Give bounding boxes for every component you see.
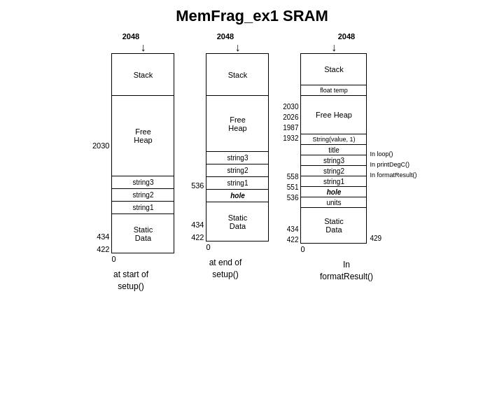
diag3-title: title bbox=[301, 145, 366, 155]
diag1-label: at start ofsetup() bbox=[113, 269, 148, 293]
diag2-string3: string3 bbox=[206, 152, 268, 164]
addr-2030-d3: 2030 bbox=[283, 79, 298, 111]
diag3-right-spacer-stack bbox=[370, 118, 416, 149]
diag3-arrow-block: ↓ Stack float temp Free Heap String(valu… bbox=[300, 42, 367, 244]
addr-558-d3: 558 bbox=[287, 142, 299, 181]
diag1-freeheap: FreeHeap bbox=[112, 96, 174, 176]
addr-551-d3: 551 bbox=[287, 181, 299, 191]
addr-1987-d3: 1987 bbox=[283, 121, 298, 132]
diag1-string1: string1 bbox=[112, 202, 174, 214]
diag1-arrow: ↓ bbox=[140, 42, 146, 53]
diag3-arrow: ↓ bbox=[331, 42, 337, 53]
diag1-string3: string3 bbox=[112, 176, 174, 189]
diagram-2: 2048 536 434 422 ↓ Stack FreeHeap string… bbox=[181, 32, 269, 281]
diag1-staticdata: StaticData bbox=[112, 214, 174, 253]
diag3-in-formatresult: In formatResult() bbox=[370, 170, 416, 181]
diag3-staticdata: StaticData bbox=[301, 208, 366, 243]
diag3-addr-col: 2030 2026 1987 1932 558 551 536 434 422 bbox=[276, 79, 298, 244]
diag3-right-spacer2 bbox=[370, 181, 416, 233]
diag3-float-temp: float temp bbox=[301, 85, 366, 96]
diag3-addr-429-right: 429 bbox=[370, 233, 416, 244]
addr-422-d1: 422 bbox=[97, 241, 109, 253]
diag3-string1: string1 bbox=[301, 176, 366, 187]
diag2-string1: string1 bbox=[206, 177, 268, 190]
diag2-string2: string2 bbox=[206, 164, 268, 177]
addr-536-d2: 536 bbox=[191, 92, 204, 190]
diag2-freeheap: FreeHeap bbox=[206, 96, 268, 152]
diagrams-row: 2048 2030 434 422 ↓ Stack FreeHeap strin… bbox=[7, 32, 497, 293]
diag3-mem-block: Stack float temp Free Heap String(value,… bbox=[300, 53, 367, 244]
diag2-hole: hole bbox=[206, 190, 268, 202]
diag3-string2: string2 bbox=[301, 166, 366, 176]
addr-422-d3: 422 bbox=[287, 233, 299, 244]
diag2-arrow-block: ↓ Stack FreeHeap string3 string2 string1… bbox=[206, 42, 269, 241]
diag3-mem-container: 2030 2026 1987 1932 558 551 536 434 422 … bbox=[276, 42, 416, 244]
diag1-mem-container: 2030 434 422 ↓ Stack FreeHeap string3 st… bbox=[87, 42, 174, 253]
diag3-freeheap: Free Heap bbox=[301, 96, 366, 134]
diag3-string3: string3 bbox=[301, 155, 366, 166]
diag2-arrow: ↓ bbox=[234, 42, 240, 53]
diag1-arrow-block: ↓ Stack FreeHeap string3 string2 string1… bbox=[111, 42, 174, 253]
page: MemFrag_ex1 SRAM 2048 2030 434 422 ↓ Sta… bbox=[0, 0, 504, 420]
diag3-top-addr: 2048 bbox=[338, 32, 355, 41]
diag3-stack: Stack bbox=[301, 54, 366, 85]
diag2-label: at end ofsetup() bbox=[209, 257, 242, 281]
diag2-top-addr: 2048 bbox=[217, 32, 234, 41]
diag2-addr-col: 536 434 422 bbox=[181, 92, 204, 241]
addr-434-d3: 434 bbox=[287, 202, 299, 233]
diag3-units: units bbox=[301, 197, 366, 208]
addr-434-d1: 434 bbox=[97, 150, 109, 241]
diag3-string-value: String(value, 1) bbox=[301, 134, 366, 145]
diag3-in-loop: In loop() bbox=[370, 149, 416, 160]
addr-434-d2: 434 bbox=[191, 190, 204, 229]
diag1-string2: string2 bbox=[112, 189, 174, 202]
addr-536-d3: 536 bbox=[287, 191, 299, 202]
diagram-3: 2048 2030 2026 1987 1932 558 551 536 434… bbox=[276, 32, 416, 283]
diag1-top-addr: 2048 bbox=[122, 32, 139, 41]
diag2-bottom-addr: 0 bbox=[206, 243, 210, 251]
diag2-staticdata: StaticData bbox=[206, 202, 268, 241]
diag2-stack: Stack bbox=[206, 54, 268, 96]
addr-422-d2: 422 bbox=[191, 229, 204, 241]
diag3-in-printdegc: In printDegC() bbox=[370, 160, 416, 170]
diag1-mem-block: Stack FreeHeap string3 string2 string1 S… bbox=[111, 53, 174, 253]
diag3-bottom-addr: 0 bbox=[300, 245, 304, 253]
page-title: MemFrag_ex1 SRAM bbox=[7, 7, 497, 25]
diag3-hole: hole bbox=[301, 187, 366, 197]
diag1-bottom-addr: 0 bbox=[111, 255, 115, 263]
addr-2026-d3: 2026 bbox=[283, 111, 298, 121]
diagram-1: 2048 2030 434 422 ↓ Stack FreeHeap strin… bbox=[87, 32, 174, 293]
diag3-label: InformatResult() bbox=[320, 259, 373, 283]
addr-2030-d1: 2030 bbox=[92, 108, 109, 150]
addr-1932-d3: 1932 bbox=[283, 132, 298, 142]
diag3-right-area: In loop() In printDegC() In formatResult… bbox=[370, 118, 416, 244]
diag2-mem-container: 536 434 422 ↓ Stack FreeHeap string3 str… bbox=[181, 42, 269, 241]
diag1-addr-col: 2030 434 422 bbox=[87, 108, 109, 253]
diag2-mem-block: Stack FreeHeap string3 string2 string1 h… bbox=[206, 53, 269, 241]
diag1-stack: Stack bbox=[112, 54, 174, 96]
